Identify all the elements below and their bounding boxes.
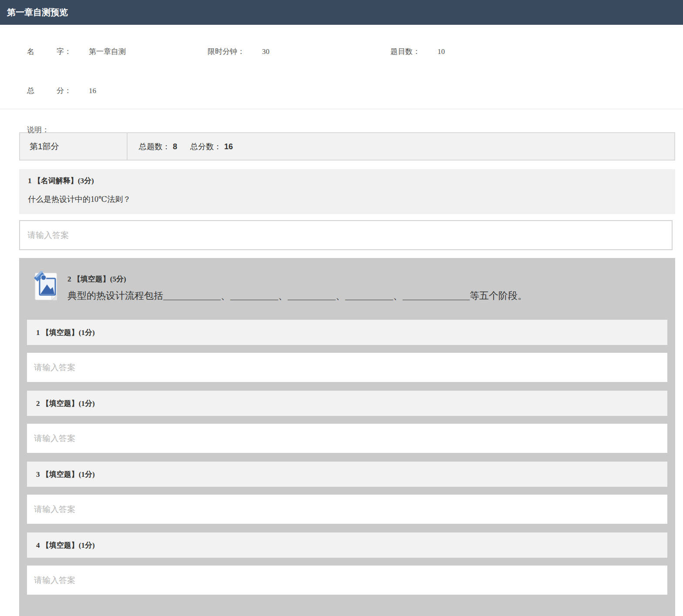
sub-question-3: 3 【填空题】(1分) <box>27 462 667 524</box>
time-limit-label: 限时分钟： <box>208 47 245 56</box>
quiz-name-label: 名 字： <box>27 47 71 56</box>
total-score-field: 总 分：16 <box>20 77 674 104</box>
question-1-block: 1 【名词解释】(3分) 什么是热设计中的10℃法则？ <box>19 169 675 214</box>
sub-question-3-title: 3 【填空题】(1分) <box>27 462 667 487</box>
page-title: 第一章自测预览 <box>7 7 68 18</box>
quiz-name-value: 第一章自测 <box>89 47 126 56</box>
sub-question-4: 4 【填空题】(1分) <box>27 532 667 595</box>
total-score-value: 16 <box>89 87 96 95</box>
total-questions-value: 8 <box>173 142 177 151</box>
question-2-block: 2 【填空题】(5分) 典型的热设计流程包括____________、_____… <box>19 258 675 616</box>
sub-question-2-answer-input[interactable] <box>27 424 667 453</box>
question-1-answer-input[interactable] <box>19 220 673 250</box>
part-stats: 总题数：8 总分数：16 <box>128 133 233 160</box>
total-questions-label: 总题数： <box>139 142 170 151</box>
sub-question-4-title: 4 【填空题】(1分) <box>27 532 667 558</box>
time-limit-value: 30 <box>262 47 269 56</box>
question-2-title: 2 【填空题】(5分) <box>27 271 667 284</box>
question-count-field: 题目数：10 <box>383 38 674 65</box>
total-score-label: 总 分： <box>27 87 71 95</box>
total-points-label: 总分数： <box>190 142 222 151</box>
sub-question-1: 1 【填空题】(1分) <box>27 320 667 382</box>
total-points-stat: 总分数：16 <box>190 141 233 152</box>
sub-question-1-answer-input[interactable] <box>27 353 667 382</box>
time-limit-field: 限时分钟：30 <box>200 38 383 65</box>
image-attachment-icon <box>34 271 59 301</box>
total-questions-stat: 总题数：8 <box>139 141 177 152</box>
sub-question-2: 2 【填空题】(1分) <box>27 391 667 453</box>
sub-question-3-answer-input[interactable] <box>27 495 667 524</box>
question-2-text: 典型的热设计流程包括____________、__________、______… <box>38 286 667 305</box>
part-title: 第1部分 <box>20 133 128 160</box>
question-1-title: 1 【名词解释】(3分) <box>28 176 666 186</box>
sub-question-1-title: 1 【填空题】(1分) <box>27 320 667 345</box>
quiz-name-field: 名 字：第一章自测 <box>20 38 200 65</box>
question-2-intro: 2 【填空题】(5分) 典型的热设计流程包括____________、_____… <box>27 271 667 305</box>
total-points-value: 16 <box>224 142 233 151</box>
question-count-label: 题目数： <box>390 47 420 56</box>
question-count-value: 10 <box>437 47 445 56</box>
question-1-text: 什么是热设计中的10℃法则？ <box>28 194 666 204</box>
quiz-info-panel: 名 字：第一章自测 限时分钟：30 题目数：10 总 分：16 说明： <box>0 25 683 109</box>
page-header: 第一章自测预览 <box>0 0 683 25</box>
sub-question-4-answer-input[interactable] <box>27 566 667 595</box>
sub-question-2-title: 2 【填空题】(1分) <box>27 391 667 416</box>
